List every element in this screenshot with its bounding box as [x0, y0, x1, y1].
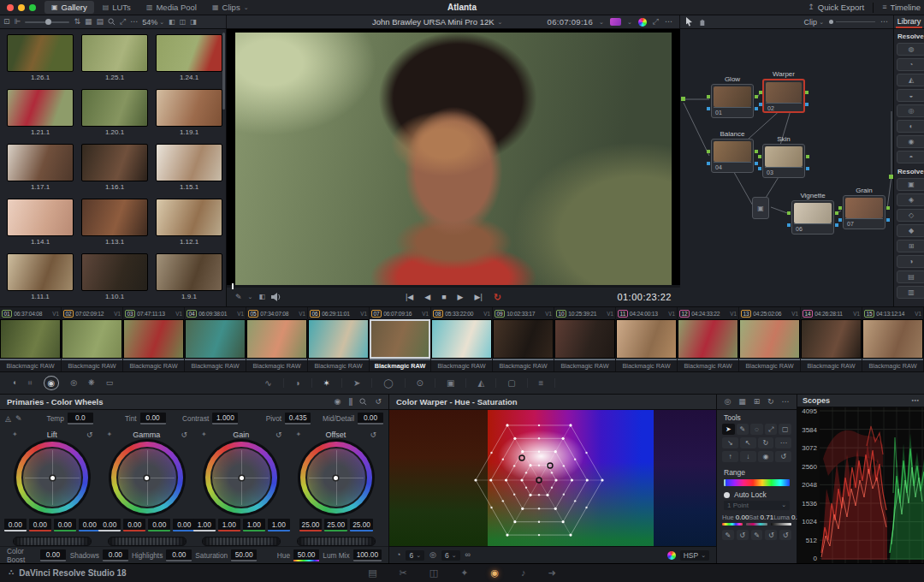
gallery-still[interactable]: 1.9.1: [156, 253, 222, 300]
page-color-icon[interactable]: ◉: [490, 567, 499, 579]
still-thumbnail[interactable]: [81, 144, 148, 181]
gallery-still[interactable]: 1.24.1: [156, 34, 222, 81]
picker-b-tool[interactable]: ✎: [751, 530, 763, 540]
rgb-mixer-icon[interactable]: ❋: [88, 379, 95, 387]
node-skin[interactable]: Skin03: [762, 135, 805, 178]
resolve-fx-item[interactable]: ◈: [897, 193, 924, 206]
quick-export-button[interactable]: ↥ Quick Export: [808, 3, 864, 12]
gallery-size-slider[interactable]: [25, 21, 69, 23]
timeline-clip-04[interactable]: 0406:09:38:01V1Blackmagic RAW: [185, 307, 246, 371]
gallery-still[interactable]: 1.21.1: [7, 89, 74, 136]
still-thumbnail[interactable]: [7, 144, 74, 181]
motion-effects-icon[interactable]: ▭: [106, 379, 114, 387]
still-thumbnail[interactable]: [7, 253, 74, 291]
timeline-toggle-button[interactable]: ≡ Timeline: [882, 3, 921, 12]
sat-divisions-select[interactable]: 6⌄: [441, 550, 460, 561]
resolve-fx-item[interactable]: ◭: [897, 74, 924, 86]
grid-view2-icon[interactable]: ▦: [738, 398, 746, 406]
tab-media-pool[interactable]: ▥Media Pool: [139, 1, 204, 14]
page-fairlight-icon[interactable]: ♪: [521, 567, 526, 579]
warper-mesh[interactable]: [471, 412, 607, 546]
offset-value-b[interactable]: 25.00: [350, 519, 373, 532]
expand2-icon[interactable]: ⊞: [754, 398, 761, 406]
timeline-clip-02[interactable]: 0207:02:09:12V1Blackmagic RAW: [62, 307, 123, 371]
timeline-clip-08[interactable]: 0805:33:22:00V1Blackmagic RAW: [431, 307, 493, 371]
gallery-still[interactable]: 1.17.1: [7, 144, 74, 191]
still-thumbnail[interactable]: [7, 89, 74, 127]
resolve-fx-item[interactable]: ◆: [897, 224, 924, 237]
picker-a-tool[interactable]: ✎: [722, 530, 734, 540]
rotate-tool[interactable]: ↻: [758, 437, 774, 448]
gain-value-g[interactable]: 1.00: [243, 519, 265, 532]
push-down-tool[interactable]: ↓: [740, 451, 756, 462]
gallery-still[interactable]: 1.25.1: [81, 34, 148, 81]
warp-up-tool[interactable]: ↖: [740, 437, 756, 448]
playhead[interactable]: [232, 283, 234, 289]
color-viewer-icon[interactable]: [638, 18, 647, 27]
gallery-still[interactable]: 1.11.1: [7, 253, 74, 300]
range-gradient-bar[interactable]: [724, 479, 790, 486]
wheels-mode-icon[interactable]: ◉: [335, 398, 341, 406]
push-up-tool[interactable]: ↑: [722, 451, 738, 462]
auto-balance-icon[interactable]: ◬: [5, 415, 11, 423]
curves-icon[interactable]: ∿: [253, 378, 283, 388]
magic-mask-icon[interactable]: ⊙: [406, 378, 435, 388]
param-contrast-value[interactable]: 1.000: [212, 413, 238, 425]
timeline-clip-06[interactable]: 0606:29:11:01V1Blackmagic RAW: [308, 307, 370, 371]
gallery-still[interactable]: 1.13.1: [81, 199, 148, 246]
dual-view-icon[interactable]: ◫: [180, 19, 187, 26]
key-icon[interactable]: ◭: [466, 378, 496, 388]
loop-button[interactable]: ↻: [494, 292, 501, 303]
gain-value-w[interactable]: 1.00: [193, 519, 216, 532]
tab-library[interactable]: Library: [896, 16, 923, 28]
still-thumbnail[interactable]: [156, 34, 222, 72]
annotate-pen-icon[interactable]: ✎: [235, 294, 242, 301]
gamma-value-w[interactable]: 0.00: [98, 519, 121, 532]
master-wheel-gamma[interactable]: [108, 537, 187, 546]
timeline-clip-14[interactable]: 1404:26:28:11V1Blackmagic RAW: [801, 307, 862, 371]
goto-last-frame-button[interactable]: ▶|: [475, 293, 483, 301]
page-deliver-icon[interactable]: ➜: [548, 567, 556, 579]
warper-canvas[interactable]: [389, 410, 716, 546]
more-tools[interactable]: ⋯: [775, 437, 791, 448]
param-shadows-value[interactable]: 0.00: [103, 549, 128, 561]
color-wheel-lift[interactable]: [16, 442, 88, 514]
resolve-fx-item[interactable]: ◎: [897, 104, 924, 117]
timeline-clip-09[interactable]: 0910:02:33:17V1Blackmagic RAW: [493, 307, 554, 371]
tab-luts[interactable]: ▤LUTs: [96, 1, 138, 14]
expand-icon[interactable]: ⤢: [120, 18, 126, 26]
gallery-zoom-select[interactable]: 54%⌄: [142, 18, 164, 27]
color-wheel-offset[interactable]: [300, 442, 372, 514]
reset-lift-icon[interactable]: ↺: [86, 431, 93, 439]
tools-more-icon[interactable]: ⋯: [782, 398, 790, 406]
param-tint-value[interactable]: 0.00: [140, 413, 166, 425]
gallery-still[interactable]: 1.10.1: [81, 253, 148, 300]
warp-down-tool[interactable]: ↘: [722, 437, 738, 448]
param-highlights-value[interactable]: 0.00: [166, 549, 192, 561]
reset-all-tool[interactable]: ↺: [779, 530, 791, 540]
timeline-clip-10[interactable]: 1010:25:39:21V1Blackmagic RAW: [554, 307, 616, 371]
gain-value-b[interactable]: 1.00: [268, 519, 290, 532]
resolve-fx-item[interactable]: ◉: [897, 135, 924, 148]
fullscreen-tool[interactable]: ▢: [779, 424, 791, 435]
timeline-clip-07[interactable]: 0706:07:09:16V1Blackmagic RAW: [370, 307, 431, 371]
page-cut-icon[interactable]: ✂: [400, 567, 407, 579]
gallery-still[interactable]: 1.26.1: [7, 34, 74, 81]
hand-icon[interactable]: [698, 18, 707, 27]
resolve-fx-item[interactable]: ◓: [897, 151, 924, 163]
timeline-clip-12[interactable]: 1204:24:33:22V1Blackmagic RAW: [678, 307, 739, 371]
color-wheel-gain[interactable]: [205, 442, 277, 514]
offset-value-g[interactable]: 25.00: [324, 519, 347, 532]
draw-tool[interactable]: ✎: [737, 424, 749, 435]
hue-divisions-select[interactable]: 6⌄: [406, 550, 424, 561]
flag-icon[interactable]: [610, 18, 621, 26]
wipe-view-icon[interactable]: ◨: [190, 19, 197, 26]
reset-b-tool[interactable]: ↺: [765, 530, 777, 540]
param-saturation-value[interactable]: 50.00: [231, 549, 257, 561]
cursor-tool[interactable]: ➤: [722, 424, 735, 435]
reset-offset-icon[interactable]: ↺: [370, 431, 376, 439]
timeline-clip-05[interactable]: 0507:34:07:08V1Blackmagic RAW: [246, 307, 308, 371]
viewer-video[interactable]: [235, 33, 672, 285]
close-window-button[interactable]: [7, 4, 14, 11]
page-media-icon[interactable]: ▤: [368, 567, 376, 579]
